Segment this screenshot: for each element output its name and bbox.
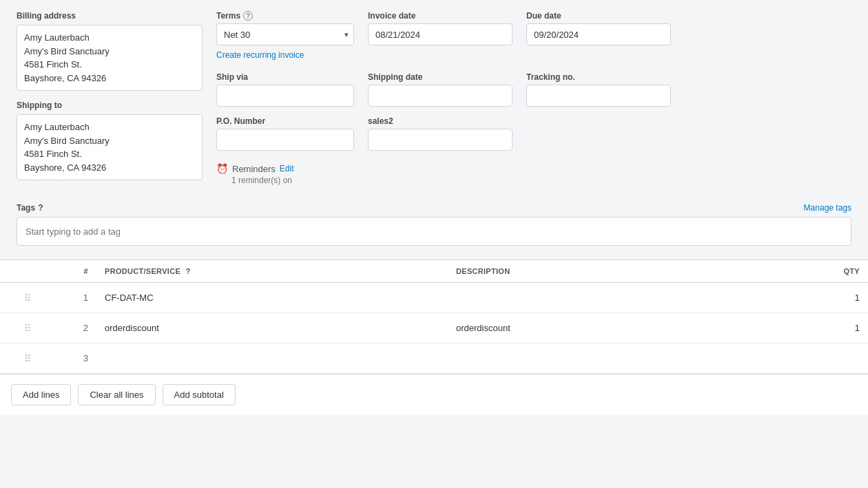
drag-handle-3[interactable]: ⠿ [0,348,55,370]
billing-address-box[interactable]: Amy Lauterbach Amy's Bird Sanctuary 4581… [17,25,203,91]
row-qty-1[interactable]: 1 [799,287,868,308]
row-product-1[interactable]: CF-DAT-MC [96,287,448,308]
row-description-1[interactable] [448,293,799,304]
drag-handle-2[interactable]: ⠿ [0,317,55,339]
col-product: PRODUCT/SERVICE ? [96,260,448,282]
table-row: ⠿ 2 orderdiscount orderdiscount 1 [0,313,868,343]
clear-all-lines-button[interactable]: Clear all lines [78,384,155,405]
row-description-2[interactable]: orderdiscount [448,317,799,339]
col-num: # [55,260,96,282]
row-product-3[interactable] [96,353,448,364]
invoice-date-input[interactable] [368,23,513,45]
tags-label: Tags ? [17,203,43,213]
create-recurring-link[interactable]: Create recurring invoice [216,50,304,60]
reminders-label-text: Reminders [232,164,276,174]
shipping-date-label: Shipping date [368,72,513,82]
sales2-label: sales2 [368,116,513,126]
po-number-input[interactable] [216,129,354,151]
ship-via-label: Ship via [216,72,354,82]
row-product-2[interactable]: orderdiscount [96,317,448,339]
row-num-1: 1 [55,287,96,308]
shipping-to-label: Shipping to [17,100,203,110]
tracking-no-input[interactable] [526,85,671,107]
due-date-label: Due date [526,11,671,21]
billing-line4: Bayshore, CA 94326 [24,72,195,85]
shipping-line2: Amy's Bird Sanctuary [24,134,195,148]
shipping-date-input[interactable] [368,85,513,107]
billing-line3: 4581 Finch St. [24,58,195,72]
footer-buttons: Add lines Clear all lines Add subtotal [0,374,868,415]
po-number-label: P.O. Number [216,116,354,126]
terms-label: Terms ? [216,11,354,21]
row-qty-2[interactable]: 1 [799,317,868,339]
reminders-sub-text: 1 reminder(s) on [231,176,851,185]
shipping-line3: 4581 Finch St. [24,147,195,161]
terms-help-icon[interactable]: ? [243,11,253,21]
row-num-2: 2 [55,317,96,339]
row-num-3: 3 [55,348,96,369]
terms-select[interactable]: Net 15Net 30Net 60Due on receipt [216,23,354,45]
tags-help-icon[interactable]: ? [38,203,43,213]
shipping-line4: Bayshore, CA 94326 [24,161,195,175]
table-row: ⠿ 3 [0,343,868,374]
reminders-row: ⏰ Reminders Edit [216,163,851,174]
shipping-line1: Amy Lauterbach [24,120,195,134]
manage-tags-link[interactable]: Manage tags [804,203,851,213]
billing-line2: Amy's Bird Sanctuary [24,45,195,59]
row-qty-3[interactable] [799,353,868,364]
add-subtotal-button[interactable]: Add subtotal [163,384,236,405]
row-description-3[interactable] [448,353,799,364]
shipping-to-box[interactable]: Amy Lauterbach Amy's Bird Sanctuary 4581… [17,114,203,180]
col-qty: QTY [799,260,868,282]
tags-input[interactable] [17,217,851,246]
billing-address-label: Billing address [17,11,203,21]
add-lines-button[interactable]: Add lines [11,384,71,405]
billing-line1: Amy Lauterbach [24,31,195,45]
tracking-no-label: Tracking no. [526,72,671,82]
product-help-icon[interactable]: ? [185,267,190,275]
terms-select-wrapper[interactable]: Net 15Net 30Net 60Due on receipt ▾ [216,23,354,45]
invoice-date-label: Invoice date [368,11,513,21]
table-header: # PRODUCT/SERVICE ? DESCRIPTION QTY [0,260,868,283]
col-drag [0,260,55,282]
col-description: DESCRIPTION [448,260,799,282]
due-date-input[interactable] [526,23,671,45]
table-row: ⠿ 1 CF-DAT-MC 1 [0,283,868,313]
ship-via-input[interactable] [216,85,354,107]
drag-handle-1[interactable]: ⠿ [0,287,55,309]
sales2-input[interactable] [368,129,513,151]
reminders-edit-link[interactable]: Edit [280,164,294,173]
